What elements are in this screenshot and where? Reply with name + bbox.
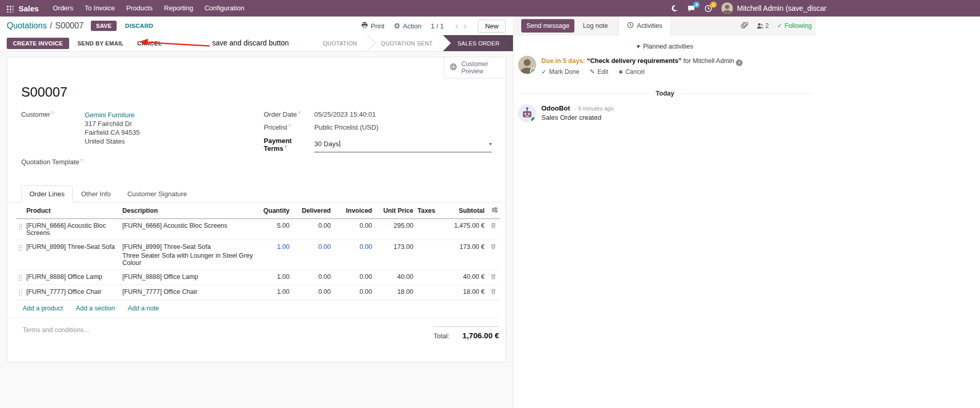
cell-quantity[interactable]: 1.00 <box>255 240 292 270</box>
action-button[interactable]: Action <box>394 22 422 30</box>
menu-orders[interactable]: Orders <box>47 0 79 17</box>
cell-invoiced[interactable]: 0.00 <box>333 240 374 270</box>
app-title[interactable]: Sales <box>19 4 39 13</box>
cell-taxes[interactable] <box>415 219 446 240</box>
cell-product[interactable]: [FURN_8888] Office Lamp <box>24 270 120 285</box>
pricelist-value[interactable]: Public Pricelist (USD) <box>314 123 378 131</box>
messages-icon[interactable]: 4 <box>687 5 695 12</box>
cell-description[interactable]: [FURN_8999] Three-Seat Sofa Three Seater… <box>120 240 255 270</box>
cell-quantity[interactable]: 1.00 <box>255 270 292 285</box>
pager-next-button[interactable] <box>461 21 469 30</box>
customer-name-link[interactable]: Gemini Furniture <box>85 111 140 119</box>
customer-preview-button[interactable]: Customer Preview <box>444 57 506 79</box>
cell-description[interactable]: [FURN_6666] Acoustic Bloc Screens <box>120 219 255 240</box>
activities-tab[interactable]: Activities <box>618 17 671 36</box>
new-button[interactable]: New <box>478 20 506 33</box>
payment-terms-input[interactable]: 30 Days <box>314 137 492 152</box>
chevron-down-icon[interactable] <box>489 141 492 147</box>
info-icon[interactable] <box>736 59 743 66</box>
cell-quantity[interactable]: 1.00 <box>255 285 292 300</box>
activities-tab-label: Activities <box>637 22 662 29</box>
divider-line <box>680 93 812 94</box>
field-quotation-template[interactable]: Quotation Template <box>21 158 264 166</box>
drag-handle[interactable] <box>16 285 24 300</box>
edit-activity-button[interactable]: Edit <box>590 68 608 75</box>
cell-invoiced[interactable]: 0.00 <box>333 270 374 285</box>
cell-taxes[interactable] <box>415 240 446 270</box>
delete-row-button[interactable] <box>487 285 500 300</box>
create-invoice-button[interactable]: CREATE INVOICE <box>7 38 69 49</box>
cancel-label: Cancel <box>625 68 645 75</box>
delete-row-button[interactable] <box>487 219 500 240</box>
tab-order-lines[interactable]: Order Lines <box>21 185 73 202</box>
breadcrumb-quotations[interactable]: Quotations <box>7 21 46 30</box>
cell-invoiced[interactable]: 0.00 <box>333 285 374 300</box>
state-quotation-sent[interactable]: QUOTATION SENT <box>367 35 443 51</box>
menu-to-invoice[interactable]: To Invoice <box>79 0 121 17</box>
add-section-link[interactable]: Add a section <box>76 305 115 312</box>
cell-quantity[interactable]: 5.00 <box>255 219 292 240</box>
cell-product[interactable]: [FURN_7777] Office Chair <box>24 285 120 300</box>
customer-value[interactable]: Gemini Furniture 317 Fairchild Dr Fairfi… <box>85 111 140 146</box>
add-product-link[interactable]: Add a product <box>23 305 63 312</box>
following-button[interactable]: Following <box>777 22 812 29</box>
add-note-link[interactable]: Add a note <box>128 305 159 312</box>
delete-row-button[interactable] <box>487 270 500 285</box>
cell-taxes[interactable] <box>415 285 446 300</box>
order-date-value[interactable]: 05/25/2023 15:40:01 <box>314 111 376 118</box>
total-label: Total: <box>433 332 449 340</box>
optional-columns-icon[interactable] <box>487 202 500 219</box>
cell-delivered[interactable]: 0.00 <box>292 240 333 270</box>
dark-mode-moon-icon[interactable] <box>671 5 678 12</box>
state-sales-order[interactable]: SALES ORDER <box>443 35 513 51</box>
cell-taxes[interactable] <box>415 270 446 285</box>
tab-other-info[interactable]: Other Info <box>73 185 119 202</box>
cancel-activity-button[interactable]: Cancel <box>619 68 645 75</box>
activity-clock-badge <box>530 68 536 74</box>
handle-column-header <box>16 202 24 219</box>
user-menu[interactable]: Mitchell Admin (save_discar <box>721 3 827 14</box>
cell-unit-price[interactable]: 40.00 <box>374 270 415 285</box>
cell-unit-price[interactable]: 173.00 <box>374 240 415 270</box>
chatter-panel: Send message Log note Activities 2 <box>514 17 980 408</box>
drag-handle[interactable] <box>16 240 24 270</box>
menu-configuration[interactable]: Configuration <box>199 0 250 17</box>
send-message-button[interactable]: Send message <box>521 19 574 33</box>
log-note-button[interactable]: Log note <box>577 19 613 33</box>
cell-unit-price[interactable]: 18.00 <box>374 285 415 300</box>
attach-files-button[interactable] <box>741 21 748 30</box>
tab-customer-signature[interactable]: Customer Signature <box>119 185 196 202</box>
drag-handle[interactable] <box>16 219 24 240</box>
state-quotation[interactable]: QUOTATION <box>315 35 367 51</box>
cell-invoiced[interactable]: 0.00 <box>333 219 374 240</box>
form-view: Customer Preview S00007 Customer Gemini … <box>0 52 513 408</box>
pager-previous-button[interactable] <box>453 21 460 30</box>
cell-delivered[interactable]: 0.00 <box>292 285 333 300</box>
discard-button[interactable]: DISCARD <box>121 21 157 31</box>
printer-icon <box>361 22 368 30</box>
send-by-email-button[interactable]: SEND BY EMAIL <box>72 38 129 49</box>
print-button[interactable]: Print <box>361 22 384 30</box>
cell-product[interactable]: [FURN_6666] Acoustic Bloc Screens <box>24 219 120 240</box>
followers-button[interactable]: 2 <box>757 22 769 29</box>
cell-delivered[interactable]: 0.00 <box>292 270 333 285</box>
message-author[interactable]: OdooBot <box>541 104 570 112</box>
terms-conditions-placeholder[interactable]: Terms and conditions... <box>23 326 89 334</box>
cancel-button[interactable]: CANCEL <box>132 38 167 49</box>
apps-grid-icon[interactable] <box>6 5 13 12</box>
delete-row-button[interactable] <box>487 240 500 270</box>
cell-product[interactable]: [FURN_8999] Three-Seat Sofa <box>24 240 120 270</box>
drag-handle[interactable] <box>16 270 24 285</box>
cell-delivered[interactable]: 0.00 <box>292 219 333 240</box>
chatter-topbar-right: 2 Following <box>741 21 816 30</box>
save-button[interactable]: SAVE <box>91 21 117 31</box>
cell-description[interactable]: [FURN_8888] Office Lamp <box>120 270 255 285</box>
planned-activities-header[interactable]: Planned activities <box>514 35 816 55</box>
menu-reporting[interactable]: Reporting <box>158 0 199 17</box>
menu-products[interactable]: Products <box>120 0 158 17</box>
cell-description[interactable]: [FURN_7777] Office Chair <box>120 285 255 300</box>
mark-done-label: Mark Done <box>549 68 580 75</box>
activities-clock-icon[interactable]: 2 <box>704 5 712 12</box>
cell-unit-price[interactable]: 295.00 <box>374 219 415 240</box>
mark-done-button[interactable]: Mark Done <box>541 68 580 75</box>
